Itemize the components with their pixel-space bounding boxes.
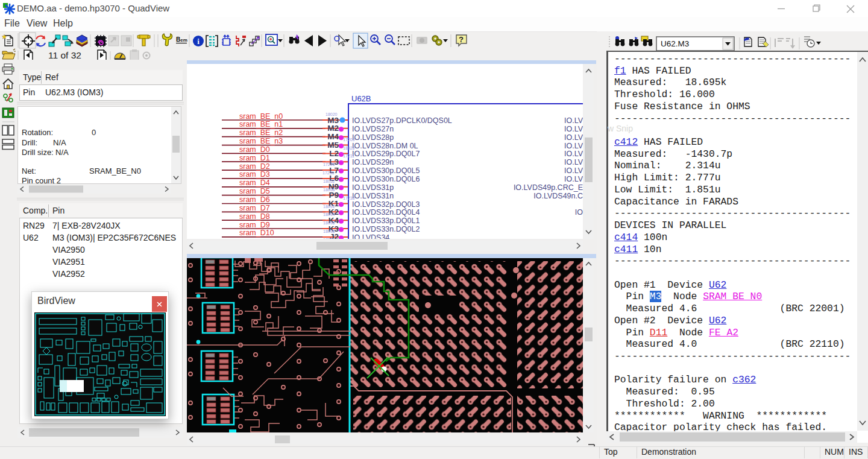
svg-text:IO.LV: IO.LV <box>564 158 583 166</box>
svg-text:IO.LVDS30p.DQ0L5: IO.LVDS30p.DQ0L5 <box>352 166 420 175</box>
svg-text:IO.LVDS29p.DQ0L7: IO.LVDS29p.DQ0L7 <box>352 150 420 158</box>
svg-text:P9: P9 <box>329 191 339 200</box>
svg-text:IO.LV: IO.LV <box>564 142 583 150</box>
svg-text:IO.LVDS33n.DQ0L2: IO.LVDS33n.DQ0L2 <box>352 225 420 233</box>
svg-text:IO.LV: IO.LV <box>564 150 583 158</box>
svg-text:sram_D2: sram_D2 <box>239 162 270 171</box>
svg-text:sram_BE_n1: sram_BE_n1 <box>239 120 283 128</box>
svg-text:sram_BE_n2: sram_BE_n2 <box>239 128 283 137</box>
svg-text:IO.LVDS32p.DQ0L3: IO.LVDS32p.DQ0L3 <box>352 200 420 209</box>
svg-text:sram_D5: sram_D5 <box>239 187 270 195</box>
svg-text:sram_BE_n3: sram_BE_n3 <box>239 137 283 145</box>
svg-text:sram_D1: sram_D1 <box>239 154 270 162</box>
svg-text:sram_D10: sram_D10 <box>239 229 274 237</box>
svg-text:IO.LVDS32n.DQ0L4: IO.LVDS32n.DQ0L4 <box>352 208 420 217</box>
svg-text:M4: M4 <box>327 132 339 141</box>
svg-text:IO.LV: IO.LV <box>564 166 583 175</box>
svg-text:M2: M2 <box>327 124 339 133</box>
svg-text:M3: M3 <box>327 116 339 125</box>
svg-text:i: i <box>197 37 200 46</box>
svg-text:IO.LVDS27n: IO.LVDS27n <box>352 125 394 133</box>
svg-text:18020: 18020 <box>326 112 338 116</box>
svg-text:IO.LVDS49p.CRC_E: IO.LVDS49p.CRC_E <box>514 183 583 192</box>
svg-text:IO.LVDS27p.DPCLK0/DQS0L: IO.LVDS27p.DPCLK0/DQS0L <box>352 116 452 125</box>
svg-text:IO.LVDS34: IO.LVDS34 <box>352 233 389 239</box>
svg-text:IO.LVDS28p: IO.LVDS28p <box>352 133 394 142</box>
svg-text:U62.M3: U62.M3 <box>661 39 689 48</box>
svg-text:17235: 17235 <box>323 238 335 239</box>
svg-text:sram_D3: sram_D3 <box>239 170 270 179</box>
svg-text:sram_D9: sram_D9 <box>239 221 270 229</box>
svg-text:?: ? <box>459 35 464 44</box>
svg-text:IO.LV: IO.LV <box>564 175 583 183</box>
svg-text:sram_D0: sram_D0 <box>239 145 270 154</box>
svg-text:sram_D4: sram_D4 <box>239 179 270 187</box>
svg-text:sram_D7: sram_D7 <box>239 204 270 212</box>
svg-text:U62B: U62B <box>351 94 371 103</box>
svg-text:IO.LVDS31p: IO.LVDS31p <box>352 183 394 192</box>
svg-text:IO.LVDS33p.DQ0L1: IO.LVDS33p.DQ0L1 <box>352 217 420 225</box>
svg-text:IO.LVDS28n.DM 0L: IO.LVDS28n.DM 0L <box>352 142 418 150</box>
svg-text:11 of 32: 11 of 32 <box>48 50 81 60</box>
svg-text:IO.LVDS29n: IO.LVDS29n <box>352 158 394 166</box>
svg-text:Bem: Bem <box>176 36 187 43</box>
svg-text:IO.LVDS31n: IO.LVDS31n <box>352 192 394 200</box>
svg-text:IO.LVDS30n.DQ0L6: IO.LVDS30n.DQ0L6 <box>352 175 420 183</box>
svg-text:IO: IO <box>575 208 583 217</box>
svg-text:L2: L2 <box>329 149 339 158</box>
svg-text:IO.LV: IO.LV <box>564 133 583 142</box>
svg-text:IO.LV: IO.LV <box>564 125 583 133</box>
svg-text:IO.LV: IO.LV <box>564 116 583 125</box>
svg-text:sram_D6: sram_D6 <box>239 195 270 204</box>
svg-text:sram_BE_n0: sram_BE_n0 <box>239 112 283 121</box>
svg-text:IO.LVDS49n.C: IO.LVDS49n.C <box>533 192 583 200</box>
svg-text:M5: M5 <box>327 141 339 150</box>
svg-text:sram_D8: sram_D8 <box>239 212 270 221</box>
